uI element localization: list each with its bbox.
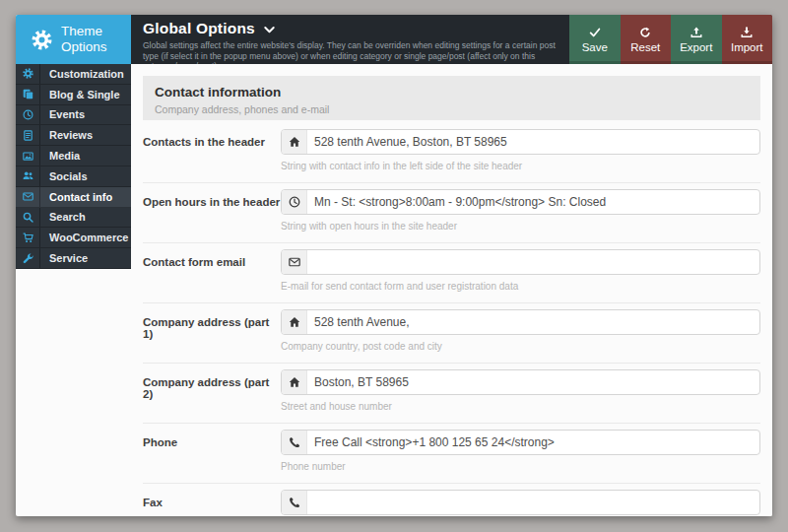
sidebar-item-woocommerce[interactable]: WooCommerce [16, 228, 131, 248]
import-icon [741, 27, 753, 38]
form-row: Company address (part 2) Street and hous… [143, 364, 760, 424]
form-rows: Contacts in the header String with conta… [143, 123, 760, 516]
phone-icon [282, 431, 307, 454]
company-address-1-input[interactable] [307, 310, 759, 334]
pages-icon [16, 85, 40, 104]
theme-options-panel: Theme Options Global Options Global sett… [16, 15, 772, 516]
wrench-icon [16, 248, 40, 268]
gear-icon [16, 64, 40, 84]
form-row: Contacts in the header String with conta… [143, 123, 760, 183]
contact-form-email-input[interactable] [307, 250, 759, 274]
input-group [281, 129, 760, 155]
sidebar-item-reviews[interactable]: Reviews [16, 125, 131, 146]
envelope-icon [282, 250, 307, 274]
reset-button[interactable]: Reset [621, 15, 672, 64]
sidebar-item-contact-info[interactable]: Contact info [16, 187, 131, 208]
section-subtitle: Company address, phones and e-mail [155, 103, 749, 115]
page-title: Global Options [143, 20, 255, 37]
logo-title: Theme Options [61, 24, 107, 55]
chevron-down-icon [264, 27, 275, 33]
company-address-2-input[interactable] [307, 370, 759, 394]
field-label: Company address (part 2) [143, 364, 281, 423]
home-icon [282, 310, 307, 334]
save-button[interactable]: Save [569, 15, 621, 64]
field-help: Street and house number [281, 401, 760, 412]
gear-icon [32, 30, 52, 50]
open-hours-input[interactable] [307, 190, 759, 214]
input-group [281, 189, 760, 215]
field-help: Company country, post code and city [281, 341, 760, 352]
import-button[interactable]: Import [722, 15, 773, 64]
topbar-actions: Save Reset Export Import [569, 15, 772, 64]
field-help: String with open hours in the site heade… [281, 221, 760, 232]
field-label: Phone [143, 424, 281, 483]
field-label: Contact form email [143, 243, 281, 302]
fax-input[interactable] [307, 491, 759, 514]
sidebar: Customization Blog & Single Events Revie… [16, 64, 131, 269]
sidebar-item-blog-single[interactable]: Blog & Single [16, 85, 131, 105]
document-icon [16, 125, 40, 145]
form-row: Company address (part 1) Company country… [143, 303, 760, 364]
input-group [281, 430, 760, 455]
form-row: Fax [143, 484, 760, 516]
form-row: Phone Phone number [143, 424, 760, 484]
phone-icon [282, 491, 307, 514]
field-label: Fax [143, 484, 281, 516]
home-icon [282, 130, 307, 154]
contacts-in-header-input[interactable] [307, 130, 759, 154]
input-group [281, 249, 760, 275]
field-label: Open hours in the header [143, 183, 281, 242]
field-help: E-mail for send contact form and user re… [281, 281, 760, 292]
form-row: Open hours in the header String with ope… [143, 183, 760, 243]
cart-icon [16, 228, 40, 247]
section-title: Contact information [155, 85, 749, 100]
field-label: Contacts in the header [143, 123, 281, 182]
phone-input[interactable] [307, 431, 759, 454]
sidebar-item-customization[interactable]: Customization [16, 64, 131, 85]
sidebar-item-socials[interactable]: Socials [16, 166, 131, 187]
home-icon [282, 370, 307, 394]
theme-options-logo[interactable]: Theme Options [16, 15, 131, 64]
image-icon [16, 146, 40, 166]
topbar: Theme Options Global Options Global sett… [16, 15, 772, 64]
section-header: Contact information Company address, pho… [143, 76, 760, 120]
sidebar-item-events[interactable]: Events [16, 105, 131, 126]
sidebar-item-service[interactable]: Service [16, 248, 131, 269]
page-title-dropdown[interactable]: Global Options [143, 20, 559, 37]
input-group [281, 369, 760, 395]
sidebar-item-search[interactable]: Search [16, 208, 131, 229]
form-row: Contact form email E-mail for send conta… [143, 243, 760, 303]
sidebar-item-media[interactable]: Media [16, 146, 131, 166]
input-group [281, 490, 760, 515]
field-help: String with contact info in the left sid… [281, 161, 760, 171]
main-content: Contact information Company address, pho… [131, 64, 772, 516]
field-help: Phone number [281, 461, 760, 472]
input-group [281, 309, 760, 335]
clock-icon [282, 190, 307, 214]
export-icon [690, 27, 702, 38]
envelope-icon [16, 187, 40, 207]
refresh-icon [639, 27, 651, 38]
export-button[interactable]: Export [671, 15, 722, 64]
topbar-main: Global Options Global settings affect th… [131, 15, 569, 64]
check-icon [589, 27, 601, 38]
field-label: Company address (part 1) [143, 303, 281, 363]
search-icon [16, 208, 40, 228]
clock-icon [16, 105, 40, 125]
users-icon [16, 166, 40, 186]
